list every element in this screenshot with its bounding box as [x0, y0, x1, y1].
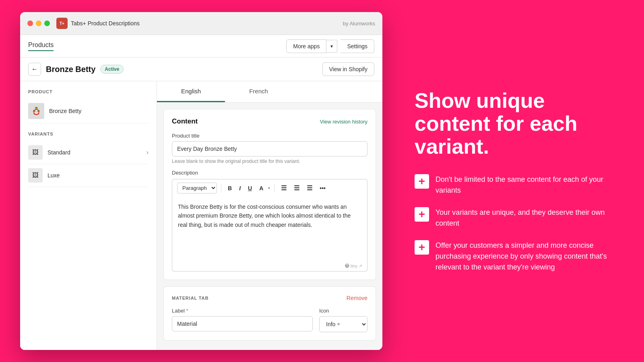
- product-title-input[interactable]: [172, 141, 367, 156]
- more-apps-dropdown[interactable]: ▾: [326, 40, 337, 53]
- remove-tab-link[interactable]: Remove: [347, 295, 367, 301]
- align-right-button[interactable]: ☰: [304, 183, 315, 193]
- variant-name-luxe: Luxe: [47, 172, 149, 179]
- material-label-input[interactable]: [172, 316, 313, 331]
- by-alumworks: by Alumworks: [343, 21, 375, 27]
- nav-actions: More apps ▾ Settings: [286, 39, 374, 53]
- feature-item-1: + Don't be limited to the same content f…: [415, 174, 624, 196]
- variant-chevron-standard: ›: [147, 149, 149, 156]
- close-button[interactable]: [27, 21, 33, 26]
- toolbar-divider-2: [274, 184, 275, 192]
- app-icon-title: T+ Tabs+ Product Descriptions: [56, 18, 140, 29]
- required-star: *: [186, 308, 188, 314]
- browser-window: T+ Tabs+ Product Descriptions by Alumwor…: [20, 12, 382, 350]
- align-left-button[interactable]: ☰: [279, 183, 289, 193]
- italic-button[interactable]: I: [237, 183, 243, 193]
- variant-name-standard: Standard: [47, 149, 142, 156]
- app-icon: T+: [56, 18, 68, 29]
- more-options-button[interactable]: •••: [317, 183, 328, 193]
- variant-icon-luxe: 🖼: [28, 168, 43, 183]
- more-apps-button[interactable]: More apps: [286, 39, 326, 53]
- product-section-label: PRODUCT: [28, 89, 149, 94]
- feature-item-2: + Your variants are unique, and they des…: [415, 207, 624, 229]
- back-button[interactable]: ←: [28, 63, 41, 76]
- product-area: ← Bronze Betty Active View in Shopify PR…: [20, 58, 382, 350]
- product-item: 🪆 Bronze Betty: [28, 99, 149, 123]
- product-name: Bronze Betty: [46, 65, 95, 74]
- product-header-left: ← Bronze Betty Active: [28, 63, 124, 76]
- tab-french[interactable]: French: [225, 81, 292, 102]
- content-header: Content View revision history: [172, 117, 367, 125]
- editor-toolbar: Paragraph B I U A ▾ ☰ ☰ ☰ •••: [172, 179, 367, 197]
- nav-products[interactable]: Products: [28, 41, 54, 51]
- feature-plus-1: +: [415, 174, 429, 189]
- product-header: ← Bronze Betty Active View in Shopify: [20, 58, 382, 81]
- title-bar: T+ Tabs+ Product Descriptions by Alumwor…: [20, 12, 382, 35]
- product-title-hint: Leave blank to show the original product…: [172, 158, 367, 164]
- settings-button[interactable]: Settings: [341, 39, 374, 53]
- body-layout: PRODUCT 🪆 Bronze Betty VARIANTS 🖼 Standa…: [20, 81, 382, 350]
- language-tabs: English French: [157, 81, 382, 103]
- product-item-name: Bronze Betty: [49, 108, 81, 114]
- maximize-button[interactable]: [44, 21, 50, 26]
- view-revision-history-link[interactable]: View revision history: [320, 119, 367, 125]
- nav-bar: Products More apps ▾ Settings: [20, 35, 382, 58]
- app-title: Tabs+ Product Descriptions: [71, 20, 140, 27]
- description-text: This Bronze Betty is for the cost-consci…: [178, 204, 351, 228]
- description-label: Description: [172, 170, 367, 176]
- label-field-label: Label *: [172, 308, 313, 314]
- feature-text-3: Offer your customers a simpler and more …: [436, 240, 624, 273]
- content-panel: Content View revision history Product ti…: [163, 109, 376, 280]
- minimize-button[interactable]: [36, 21, 41, 26]
- view-in-shopify-button[interactable]: View in Shopify: [322, 62, 374, 76]
- variant-item-luxe[interactable]: 🖼 Luxe: [28, 164, 149, 187]
- left-sidebar: PRODUCT 🪆 Bronze Betty VARIANTS 🖼 Standa…: [20, 81, 157, 350]
- feature-list: + Don't be limited to the same content f…: [415, 174, 624, 273]
- tiny-logo: 🅣 tiny ↗: [345, 263, 362, 269]
- text-color-button[interactable]: A: [257, 183, 266, 193]
- variant-item-standard[interactable]: 🖼 Standard ›: [28, 141, 149, 164]
- app-wrapper: T+ Tabs+ Product Descriptions by Alumwor…: [0, 0, 644, 362]
- underline-button[interactable]: U: [246, 183, 254, 193]
- feature-text-1: Don't be limited to the same content for…: [436, 174, 624, 196]
- feature-text-2: Your variants are unique, and they deser…: [436, 207, 624, 229]
- align-center-button[interactable]: ☰: [291, 183, 302, 193]
- label-field-col: Label *: [172, 308, 313, 331]
- right-panel: Show unique content for each variant. + …: [394, 65, 644, 297]
- content-title: Content: [172, 117, 198, 125]
- feature-plus-3: +: [415, 240, 429, 255]
- status-badge: Active: [100, 65, 124, 74]
- feature-plus-2: +: [415, 207, 429, 222]
- color-arrow: ▾: [268, 186, 270, 190]
- feature-item-3: + Offer your customers a simpler and mor…: [415, 240, 624, 273]
- variants-section: VARIANTS 🖼 Standard › 🖼 Luxe: [28, 132, 149, 187]
- material-header: MATERIAL TAB Remove: [172, 295, 367, 301]
- product-title-label: Product title: [172, 133, 367, 139]
- material-panel: MATERIAL TAB Remove Label *: [163, 286, 376, 341]
- variants-section-label: VARIANTS: [28, 132, 149, 136]
- icon-field-label: Icon: [319, 308, 367, 314]
- icon-select[interactable]: Info ÷: [319, 316, 367, 332]
- paragraph-select[interactable]: Paragraph: [177, 183, 217, 193]
- tab-english[interactable]: English: [157, 81, 225, 102]
- headline: Show unique content for each variant.: [415, 89, 624, 158]
- description-editor[interactable]: This Bronze Betty is for the cost-consci…: [172, 197, 367, 261]
- icon-field-col: Icon Info ÷: [319, 308, 367, 332]
- bold-button[interactable]: B: [225, 183, 234, 193]
- variant-icon-standard: 🖼: [28, 145, 43, 160]
- toolbar-divider-1: [221, 184, 221, 192]
- material-tab-title: MATERIAL TAB: [172, 296, 208, 300]
- right-content: English French Content View revision his…: [157, 81, 382, 350]
- product-thumbnail: 🪆: [28, 103, 44, 119]
- traffic-lights: [27, 21, 50, 26]
- editor-footer: 🅣 tiny ↗: [172, 261, 367, 272]
- material-form-row: Label * Icon Info ÷: [172, 308, 367, 332]
